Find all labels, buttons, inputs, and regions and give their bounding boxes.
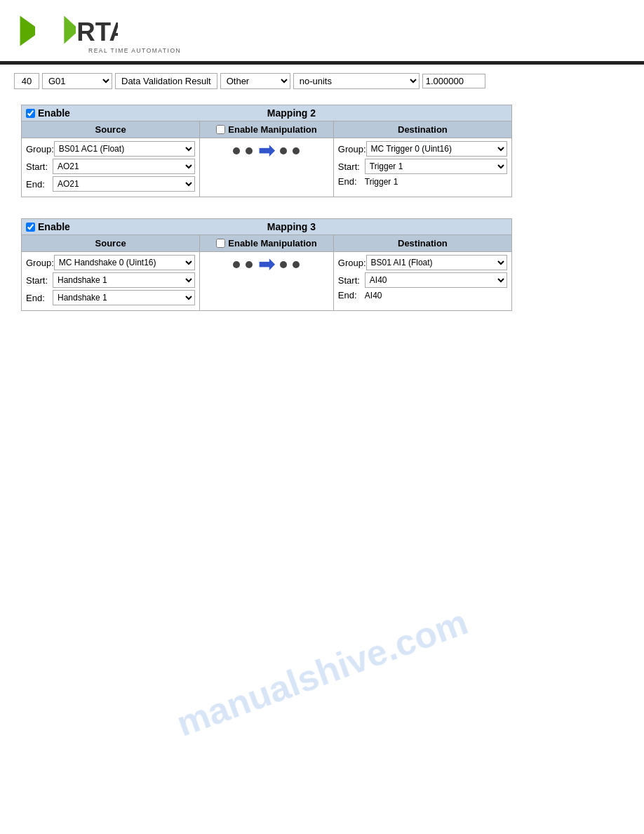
mapping3-dest-group-label: Group:	[338, 258, 366, 268]
logo-subtitle: REAL TIME AUTOMATION	[88, 47, 181, 54]
mapping2-header-row: Source Enable Manipulation Destination	[22, 121, 512, 138]
mapping3-manip-header: Enable Manipulation	[200, 235, 334, 252]
mapping3-arrow-row: ➡	[204, 255, 329, 274]
mapping2-dest-group-label: Group:	[338, 144, 366, 154]
dot3	[280, 147, 287, 154]
mapping2-source-group-row: Group: BS01 AC1 (Float)	[26, 141, 195, 157]
mapping3-dest-start-label: Start:	[338, 275, 365, 286]
mapping3-source-start-label: Start:	[26, 275, 53, 286]
group-select[interactable]: G01	[42, 73, 112, 89]
svg-text:RTA: RTA	[76, 18, 118, 46]
mapping3-source-end-row: End: Handshake 1	[26, 290, 195, 305]
dot1	[233, 261, 240, 268]
mapping3-source-start-select[interactable]: Handshake 1	[53, 272, 195, 288]
row-number: 40	[14, 73, 39, 89]
dot1	[233, 147, 240, 154]
top-row: 40 G01 Data Validation Result Other no-u…	[0, 65, 644, 98]
mapping3-data-row: Group: MC Handshake 0 (Uint16) Start: Ha…	[22, 252, 512, 311]
mapping3-table: Enable Mapping 3 Source Enable Manipulat…	[21, 218, 512, 311]
logo-container: RTA REAL TIME AUTOMATION	[14, 7, 181, 54]
mapping2-data-row: Group: BS01 AC1 (Float) Start: AO21 End:…	[22, 138, 512, 197]
mapping2-enable-checkbox[interactable]	[26, 109, 35, 118]
mapping3-source-end-select[interactable]: Handshake 1	[53, 290, 195, 305]
mapping2-source-header: Source	[22, 121, 200, 138]
mapping3-source-header: Source	[22, 235, 200, 252]
mapping2-source-end-select[interactable]: AO21	[53, 176, 195, 192]
mapping2-dest-group-row: Group: MC Trigger 0 (Uint16)	[338, 141, 507, 157]
mapping3-source-cell: Group: MC Handshake 0 (Uint16) Start: Ha…	[22, 252, 200, 311]
mapping2-dest-start-row: Start: Trigger 1	[338, 159, 507, 174]
mapping3-title: Mapping 3	[76, 221, 507, 232]
dot3	[280, 261, 287, 268]
mapping2-dest-cell: Group: MC Trigger 0 (Uint16) Start: Trig…	[333, 138, 511, 197]
mapping2-manip-checkbox[interactable]	[216, 125, 225, 134]
mapping2-manip-header: Enable Manipulation	[200, 121, 334, 138]
mapping2-manip-label: Enable Manipulation	[228, 124, 316, 135]
mapping3-dest-group-select[interactable]: BS01 AI1 (Float)	[366, 255, 507, 270]
mapping3-enable-container: Enable	[26, 221, 70, 232]
mapping3-title-row: Enable Mapping 3	[22, 219, 512, 235]
mapping3-section: Enable Mapping 3 Source Enable Manipulat…	[0, 211, 644, 318]
arrow-icon: ➡	[258, 141, 274, 161]
mapping2-title-row: Enable Mapping 2	[22, 105, 512, 121]
mapping3-dest-cell: Group: BS01 AI1 (Float) Start: AI40 End:…	[333, 252, 511, 311]
mapping2-dest-header: Destination	[333, 121, 511, 138]
mapping2-source-end-row: End: AO21	[26, 176, 195, 192]
mapping3-source-end-label: End:	[26, 293, 53, 303]
mapping3-source-group-select[interactable]: MC Handshake 0 (Uint16)	[54, 255, 195, 270]
mapping2-enable-label: Enable	[38, 107, 70, 119]
mapping2-dest-end-value: Trigger 1	[365, 177, 398, 187]
mapping3-header-row: Source Enable Manipulation Destination	[22, 235, 512, 252]
mapping2-title: Mapping 2	[76, 107, 507, 119]
rta-logo-icon	[14, 10, 56, 52]
nounits-select[interactable]: no-units	[293, 73, 420, 89]
mapping2-source-start-select[interactable]: AO21	[53, 159, 195, 174]
mapping3-source-group-label: Group:	[26, 258, 54, 268]
svg-rect-1	[35, 15, 52, 46]
mapping3-source-group-row: Group: MC Handshake 0 (Uint16)	[26, 255, 195, 270]
mapping2-arrow-row: ➡	[204, 141, 329, 161]
mapping2-source-cell: Group: BS01 AC1 (Float) Start: AO21 End:…	[22, 138, 200, 197]
mapping3-dest-end-row: End: AI40	[338, 290, 507, 300]
dot2	[246, 147, 253, 154]
mapping2-source-group-select[interactable]: BS01 AC1 (Float)	[54, 141, 195, 157]
mapping3-dest-end-label: End:	[338, 290, 365, 300]
numeric-input[interactable]	[422, 74, 485, 88]
mapping2-enable-container: Enable	[26, 107, 70, 119]
mapping3-dest-header: Destination	[333, 235, 511, 252]
header: RTA REAL TIME AUTOMATION	[0, 0, 644, 61]
mapping3-dest-group-row: Group: BS01 AI1 (Float)	[338, 255, 507, 270]
mapping2-source-start-row: Start: AO21	[26, 159, 195, 174]
mapping2-manip-cell: ➡	[200, 138, 334, 197]
rta-full-logo: RTA	[62, 7, 118, 53]
watermark: manualshive.com	[171, 600, 474, 745]
mapping3-source-start-row: Start: Handshake 1	[26, 272, 195, 288]
field-label: Data Validation Result	[115, 73, 217, 89]
mapping3-manip-cell: ➡	[200, 252, 334, 311]
mapping2-dest-end-label: End:	[338, 176, 365, 187]
mapping2-dest-start-label: Start:	[338, 161, 365, 172]
arrow-icon: ➡	[258, 255, 274, 274]
mapping3-dest-start-row: Start: AI40	[338, 272, 507, 288]
mapping3-manip-checkbox[interactable]	[216, 239, 225, 248]
mapping2-source-group-label: Group:	[26, 144, 54, 154]
mapping2-dest-start-select[interactable]: Trigger 1	[365, 159, 507, 174]
mapping3-manip-label: Enable Manipulation	[228, 238, 316, 249]
mapping2-source-end-label: End:	[26, 179, 53, 190]
mapping3-enable-checkbox[interactable]	[26, 223, 35, 232]
mapping2-dest-group-select[interactable]: MC Trigger 0 (Uint16)	[366, 141, 507, 157]
mapping2-dest-end-row: End: Trigger 1	[338, 176, 507, 187]
mapping2-source-start-label: Start:	[26, 161, 53, 172]
other-select[interactable]: Other	[220, 73, 290, 89]
mapping3-dest-end-value: AI40	[365, 291, 382, 300]
dot4	[293, 147, 300, 154]
dot4	[293, 261, 300, 268]
mapping3-enable-label: Enable	[38, 221, 70, 232]
dot2	[246, 261, 253, 268]
mapping3-dest-start-select[interactable]: AI40	[365, 272, 507, 288]
mapping2-section: Enable Mapping 2 Source Enable Manipulat…	[0, 98, 644, 204]
mapping2-table: Enable Mapping 2 Source Enable Manipulat…	[21, 105, 512, 197]
